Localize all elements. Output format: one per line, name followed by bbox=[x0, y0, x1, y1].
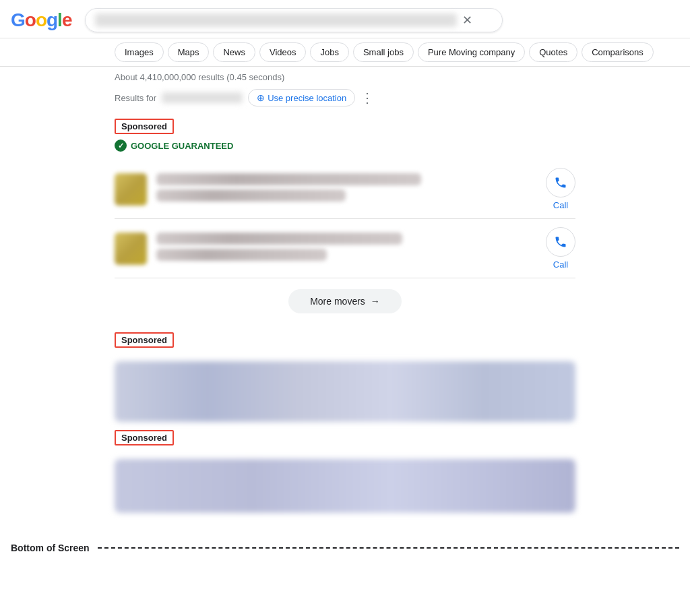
google-logo: Google bbox=[11, 9, 71, 31]
tab-maps[interactable]: Maps bbox=[168, 42, 210, 62]
ad-content-2 bbox=[115, 459, 575, 513]
sponsored-section-2: Sponsored bbox=[115, 332, 575, 422]
phone-icon-1 bbox=[554, 176, 567, 189]
listing-logo-1 bbox=[115, 173, 147, 206]
listing-name-1 bbox=[156, 173, 421, 185]
call-action-1: Call bbox=[546, 168, 575, 210]
more-movers-button[interactable]: More movers → bbox=[288, 289, 402, 313]
ad-content-1 bbox=[115, 361, 575, 422]
sponsored-badge-1: Sponsored bbox=[115, 119, 174, 134]
listing-content-2 bbox=[156, 233, 535, 265]
search-bar[interactable]: ✕ bbox=[85, 8, 503, 32]
sponsored-section-1: Sponsored ✓ GOOGLE GUARANTEED Call bbox=[115, 119, 575, 324]
google-guaranteed-icon: ✓ bbox=[115, 140, 127, 152]
search-icons: ✕ bbox=[462, 13, 493, 28]
sponsored-section-3: Sponsored bbox=[115, 430, 575, 513]
tab-videos[interactable]: Videos bbox=[259, 42, 307, 62]
sponsored-badge-3: Sponsored bbox=[115, 430, 174, 445]
search-input[interactable] bbox=[95, 13, 457, 27]
clear-button[interactable]: ✕ bbox=[462, 13, 472, 28]
listing-detail-1 bbox=[156, 189, 346, 202]
call-label-2: Call bbox=[553, 259, 568, 270]
tab-small-jobs[interactable]: Small jobs bbox=[353, 42, 414, 62]
header: Google ✕ bbox=[0, 0, 690, 38]
tab-images[interactable]: Images bbox=[115, 42, 164, 62]
use-precise-location-button[interactable]: ⊕ Use precise location bbox=[248, 89, 355, 106]
tab-pure-moving[interactable]: Pure Moving company bbox=[418, 42, 525, 62]
listing-detail-2 bbox=[156, 249, 327, 261]
tab-jobs[interactable]: Jobs bbox=[310, 42, 348, 62]
call-button-2[interactable] bbox=[546, 227, 575, 257]
listing-content-1 bbox=[156, 173, 535, 206]
results-count: About 4,410,000,000 results (0.45 second… bbox=[0, 67, 690, 85]
phone-icon-2 bbox=[554, 235, 567, 249]
nav-tabs: Images Maps News Videos Jobs Small jobs … bbox=[0, 38, 690, 67]
tab-news[interactable]: News bbox=[213, 42, 255, 62]
bottom-of-screen: Bottom of Screen bbox=[0, 529, 690, 561]
results-for-query bbox=[162, 92, 243, 103]
listing-item-2: Call bbox=[115, 219, 575, 278]
google-guaranteed: ✓ GOOGLE GUARANTEED bbox=[115, 140, 575, 152]
more-movers-label: More movers bbox=[310, 296, 365, 307]
more-movers-container: More movers → bbox=[115, 278, 575, 324]
listing-item-1: Call bbox=[115, 160, 575, 219]
results-for-label: Results for bbox=[115, 93, 156, 103]
tab-quotes[interactable]: Quotes bbox=[529, 42, 577, 62]
location-icon: ⊕ bbox=[257, 92, 265, 103]
listing-logo-2 bbox=[115, 233, 147, 265]
more-movers-arrow: → bbox=[371, 296, 380, 307]
bottom-dashed-line bbox=[98, 547, 679, 549]
bottom-label: Bottom of Screen bbox=[11, 543, 90, 553]
call-label-1: Call bbox=[553, 200, 568, 210]
tab-comparisons[interactable]: Comparisons bbox=[582, 42, 654, 62]
call-button-1[interactable] bbox=[546, 168, 575, 197]
sponsored-badge-2: Sponsored bbox=[115, 332, 174, 348]
call-action-2: Call bbox=[546, 227, 575, 270]
listing-name-2 bbox=[156, 233, 402, 245]
google-guaranteed-label: GOOGLE GUARANTEED bbox=[131, 141, 233, 151]
main-content: Sponsored ✓ GOOGLE GUARANTEED Call bbox=[0, 119, 690, 513]
results-for-row: Results for ⊕ Use precise location ⋮ bbox=[0, 85, 690, 113]
more-options-icon[interactable]: ⋮ bbox=[360, 91, 374, 104]
use-precise-location-label: Use precise location bbox=[268, 93, 346, 103]
